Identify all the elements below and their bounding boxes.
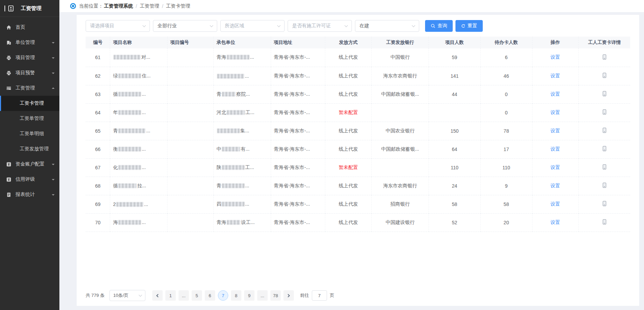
- printer-icon: [6, 70, 11, 76]
- worker-card-detail-button[interactable]: [601, 163, 608, 171]
- sidebar-item-payroll-management[interactable]: 工资单管理: [0, 111, 59, 126]
- sidebar-item-home[interactable]: 首页: [0, 20, 59, 35]
- cell-project-code: [167, 85, 214, 103]
- blurred-text: [227, 110, 245, 115]
- settings-link[interactable]: 设置: [550, 165, 560, 170]
- blurred-text: [118, 74, 141, 78]
- cell-address: 青海省-海东市-...: [271, 158, 325, 177]
- cell-worker-card-detail: [578, 48, 630, 67]
- settings-link[interactable]: 设置: [550, 201, 560, 207]
- settings-link[interactable]: 设置: [550, 219, 560, 225]
- page-button-6[interactable]: 6: [205, 290, 215, 301]
- project-select[interactable]: 请选择项目: [86, 20, 150, 32]
- page-button-78[interactable]: 78: [270, 290, 281, 301]
- worker-card-detail-button[interactable]: [601, 145, 608, 153]
- worker-card-detail-button[interactable]: [601, 54, 608, 62]
- card-icon: [6, 85, 11, 91]
- industry-select[interactable]: 全部行业: [153, 20, 217, 32]
- sidebar-item-unit-management[interactable]: 单位管理: [0, 35, 59, 50]
- blurred-text: [118, 147, 141, 151]
- settings-link[interactable]: 设置: [550, 183, 560, 188]
- worker-card-detail-button[interactable]: [601, 109, 608, 116]
- page-button-7[interactable]: 7: [218, 290, 228, 301]
- search-button[interactable]: 查询: [425, 20, 453, 32]
- cell-project-code: [167, 213, 214, 232]
- worker-card-detail-button[interactable]: [601, 127, 608, 135]
- settings-link[interactable]: 设置: [550, 91, 560, 97]
- region-select[interactable]: 所选区域: [220, 20, 285, 32]
- worker-card-detail-button[interactable]: [601, 200, 608, 208]
- cell-action: 设置: [532, 140, 578, 158]
- cell-id: 68: [86, 177, 110, 195]
- sidebar-item-project-warning[interactable]: 项目预警: [0, 65, 59, 81]
- settings-link[interactable]: 设置: [550, 128, 560, 133]
- permit-select[interactable]: 是否有施工许可证: [288, 20, 352, 32]
- page-ellipsis[interactable]: ...: [257, 290, 268, 301]
- cell-people-count: 52: [429, 213, 480, 232]
- sidebar-item-report-statistics[interactable]: 报表统计: [0, 187, 59, 202]
- breadcrumb-item-salary-management[interactable]: 工资管理: [140, 3, 159, 9]
- breadcrumb-root[interactable]: 工资管理系统: [104, 3, 133, 9]
- cell-action: 设置: [532, 85, 578, 103]
- sidebar-item-credit-rating[interactable]: 信用评级: [0, 172, 59, 187]
- worker-card-detail-button[interactable]: [601, 218, 608, 226]
- status-select[interactable]: 在建: [355, 20, 419, 32]
- detail-card-icon: [602, 56, 607, 61]
- sidebar-item-label: 工资单明细: [20, 131, 55, 137]
- breadcrumb-item-salary-card-management[interactable]: 工资卡管理: [166, 3, 190, 9]
- cell-project-code: [167, 48, 214, 67]
- page-button-9[interactable]: 9: [244, 290, 254, 301]
- yen-icon: [6, 177, 11, 182]
- cell-people-count: 110: [429, 158, 480, 177]
- cell-action: 设置: [532, 158, 578, 177]
- settings-link[interactable]: 设置: [550, 54, 560, 60]
- column-header-pending: 待办卡人数: [480, 37, 532, 48]
- page-ellipsis[interactable]: ...: [179, 290, 189, 301]
- worker-card-detail-button[interactable]: [601, 72, 608, 80]
- jump-label: 前往: [300, 292, 309, 299]
- sidebar-item-fund-account-config[interactable]: 资金账户配置: [0, 157, 59, 172]
- worker-card-detail-button[interactable]: [601, 90, 608, 98]
- reset-button[interactable]: 重置: [455, 20, 483, 32]
- sidebar-item-project-management[interactable]: 项目管理: [0, 50, 59, 65]
- table-row: 65青...集...青海省-海东市-...线上代发中国农业银行15078设置: [86, 122, 630, 140]
- visible-text: ...: [245, 183, 249, 188]
- visible-text: 青海: [217, 219, 226, 225]
- visible-text: 青: [217, 183, 221, 188]
- page-button-8[interactable]: 8: [231, 290, 241, 301]
- logo-divider: [4, 6, 5, 11]
- page-button-1[interactable]: 1: [165, 290, 176, 301]
- cell-people-count: 59: [429, 48, 480, 67]
- page-jump: 前往 页: [300, 290, 334, 301]
- settings-link[interactable]: 设置: [550, 110, 560, 115]
- sidebar-item-salary-issue-management[interactable]: 工资发放管理: [0, 141, 59, 157]
- cell-project-name: 循...: [110, 85, 167, 103]
- cell-worker-card-detail: [578, 195, 630, 213]
- prev-page-button[interactable]: [152, 290, 163, 301]
- settings-link[interactable]: 设置: [550, 146, 560, 152]
- chevron-up-icon: [52, 86, 55, 89]
- yen-icon: [6, 161, 11, 167]
- cell-contractor: 青察院...: [214, 85, 271, 103]
- chevron-down-icon: [138, 293, 142, 297]
- cell-people-count: 58: [429, 195, 480, 213]
- settings-link[interactable]: 设置: [550, 73, 560, 78]
- sidebar-item-salary-management[interactable]: 工资管理: [0, 81, 59, 96]
- next-page-button[interactable]: [283, 290, 294, 301]
- cell-project-name: 对...: [110, 48, 167, 67]
- cell-id: 61: [86, 48, 110, 67]
- page-size-select[interactable]: 10条/页: [109, 290, 145, 301]
- worker-card-detail-button[interactable]: [601, 182, 608, 190]
- blurred-text: [116, 202, 143, 207]
- chevron-down-icon: [52, 194, 55, 197]
- page-button-5[interactable]: 5: [192, 290, 202, 301]
- method-status: 线上代发: [339, 146, 358, 152]
- jump-page-input[interactable]: [312, 290, 327, 301]
- filter-bar: 请选择项目全部行业所选区域是否有施工许可证在建 查询: [86, 20, 630, 32]
- cell-method: 线上代发: [325, 85, 372, 103]
- sidebar-item-salary-card-management[interactable]: 工资卡管理: [0, 96, 59, 111]
- visible-text: ...: [146, 128, 150, 133]
- cell-project-name: 绿住...: [110, 67, 167, 85]
- sidebar-item-payroll-detail[interactable]: 工资单明细: [0, 126, 59, 141]
- cell-people-count: 150: [429, 122, 480, 140]
